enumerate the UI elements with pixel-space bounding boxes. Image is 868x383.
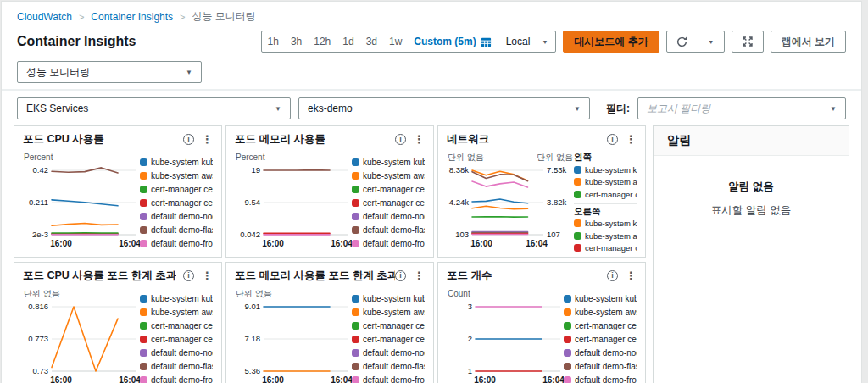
legend-item[interactable]: default demo-flas... [140,223,213,236]
legend-label: kube-system aws-... [151,308,213,317]
service-select[interactable]: eks-demo ▼ [298,97,590,119]
legend-item[interactable]: cert-manager cert... [574,188,637,201]
info-icon[interactable]: i [183,270,194,281]
view-in-lab-button[interactable]: 랩에서 보기 [771,31,846,53]
legend-label: cert-manager cert... [151,185,213,194]
legend-item[interactable]: cert-manager cert... [352,182,425,196]
legend-item[interactable]: kube-system kube... [574,164,637,176]
legend-item[interactable]: default demo-fro... [352,373,425,383]
kebab-menu-icon[interactable]: ⋮ [414,133,425,146]
chart-legend: kube-system kube...kube-system aws-...ce… [352,286,425,383]
legend-item[interactable]: cert-manager cert... [564,332,637,346]
legend-item[interactable]: default demo-nod... [140,346,213,359]
legend-color-dot [352,322,359,330]
legend-item[interactable]: kube-system aws-... [574,230,637,242]
legend-item[interactable]: cert-manager cert... [574,242,637,255]
legend-item[interactable]: default demo-fro... [140,236,213,250]
svg-text:Percent: Percent [236,153,265,162]
legend-item[interactable]: kube-system kube... [564,291,637,305]
legend-item[interactable]: cert-manager cert... [352,196,425,209]
legend-item[interactable]: default demo-flas... [352,359,425,373]
fullscreen-button[interactable] [732,31,764,53]
legend-item[interactable]: cert-manager cert... [140,196,213,209]
chart-card-pod-cpu: 포드 CPU 사용률i⋮Percent0.420.2112e-316:0016:… [14,125,222,258]
chart-title: 포드 개수 [447,269,492,283]
legend-item[interactable]: cert-manager cert... [352,332,425,346]
time-range-1d[interactable]: 1d [337,36,359,47]
time-range-1w[interactable]: 1w [383,36,408,47]
legend-item[interactable]: default demo-fro... [564,373,637,383]
legend-item[interactable]: kube-system aws-... [564,305,637,319]
refresh-options-button[interactable]: ▼ [698,31,725,53]
alarms-empty-title: 알림 없음 [654,180,849,194]
svg-text:16:04: 16:04 [526,239,548,248]
legend-item[interactable]: default demo-fro... [140,373,213,383]
service-type-select[interactable]: EKS Services ▼ [17,97,291,119]
legend-label: kube-system aws-... [575,308,637,317]
legend-item[interactable]: kube-system kube... [352,155,425,169]
legend-item[interactable]: kube-system aws-... [140,169,213,182]
alarms-panel: 알림 알림 없음 표시할 알림 없음 [653,125,849,383]
legend-color-dot [574,219,581,227]
legend-item[interactable]: kube-system aws-... [352,305,425,319]
custom-time-range-button[interactable]: Custom (5m) [408,36,497,47]
legend-color-dot [140,376,147,383]
legend-item[interactable]: kube-system aws-... [352,169,425,182]
legend-color-dot [352,172,359,180]
legend-item[interactable]: default demo-flas... [140,359,213,373]
legend-item[interactable]: kube-system aws-... [574,176,637,189]
legend-item[interactable]: cert-manager cert... [352,319,425,332]
chart-plot-network: 단위 없음단위 없음8.38k7.53k4.24k3.82k10310716:0… [447,150,574,250]
svg-text:16:04: 16:04 [331,239,352,248]
legend-item[interactable]: kube-system kube... [140,291,213,305]
refresh-button[interactable] [666,31,698,53]
legend-item[interactable]: cert-manager cert... [564,319,637,332]
svg-text:9.01: 9.01 [245,302,261,311]
legend-item[interactable]: default demo-fro... [352,236,425,250]
breadcrumb-cloudwatch[interactable]: CloudWatch [17,11,72,23]
view-mode-select[interactable]: 성능 모니터링 ▼ [17,61,202,83]
legend-item[interactable]: default demo-nod... [352,346,425,359]
legend-item[interactable]: kube-system kube... [574,218,637,230]
breadcrumb: CloudWatch > Container Insights > 성능 모니터… [2,2,861,24]
legend-item[interactable]: cert-manager cert... [140,332,213,346]
legend-item[interactable]: cert-manager cert... [140,319,213,332]
kebab-menu-icon[interactable]: ⋮ [202,133,213,146]
kebab-menu-icon[interactable]: ⋮ [626,133,637,146]
svg-text:7.53k: 7.53k [547,165,566,175]
kebab-menu-icon[interactable]: ⋮ [202,269,213,282]
legend-item[interactable]: default demo-flas... [564,359,637,373]
chevron-down-icon: ▼ [542,39,548,45]
info-icon[interactable]: i [395,270,406,281]
legend-item[interactable]: kube-system kube... [352,291,425,305]
legend-item[interactable]: default demo-flas... [352,223,425,236]
cloudwatch-window: CloudWatch > Container Insights > 성능 모니터… [1,1,862,383]
info-icon[interactable]: i [183,134,194,145]
legend-item[interactable]: kube-system aws-... [140,305,213,319]
legend-label: default demo-fro... [575,375,637,383]
time-range-12h[interactable]: 12h [308,36,337,47]
info-icon[interactable]: i [395,134,406,145]
add-to-dashboard-button[interactable]: 대시보드에 추가 [563,31,659,53]
breadcrumb-container-insights[interactable]: Container Insights [91,11,173,23]
kebab-menu-icon[interactable]: ⋮ [414,269,425,282]
info-icon[interactable]: i [607,134,618,145]
time-range-3d[interactable]: 3d [360,36,383,47]
kebab-menu-icon[interactable]: ⋮ [626,269,637,282]
legend-item[interactable]: cert-manager cert... [140,182,213,196]
report-filter-select[interactable]: 보고서 필터링 ▼ [637,97,846,119]
legend-item[interactable]: default demo-nod... [564,346,637,359]
legend-label: kube-system kube... [151,294,213,303]
timezone-select[interactable]: Local ▼ [498,36,556,47]
svg-text:16:00: 16:00 [474,375,496,383]
time-range-1h[interactable]: 1h [262,36,285,47]
custom-time-range-label: Custom (5m) [414,36,476,47]
legend-item[interactable]: default demo-nod... [352,209,425,223]
legend-item[interactable]: default demo-nod... [140,209,213,223]
time-range-3h[interactable]: 3h [285,36,308,47]
legend-label: default demo-flas... [151,362,213,371]
info-icon[interactable]: i [607,270,618,281]
legend-label: default demo-flas... [363,362,425,371]
legend-item[interactable]: kube-system kube... [140,155,213,169]
svg-text:16:00: 16:00 [262,239,284,248]
